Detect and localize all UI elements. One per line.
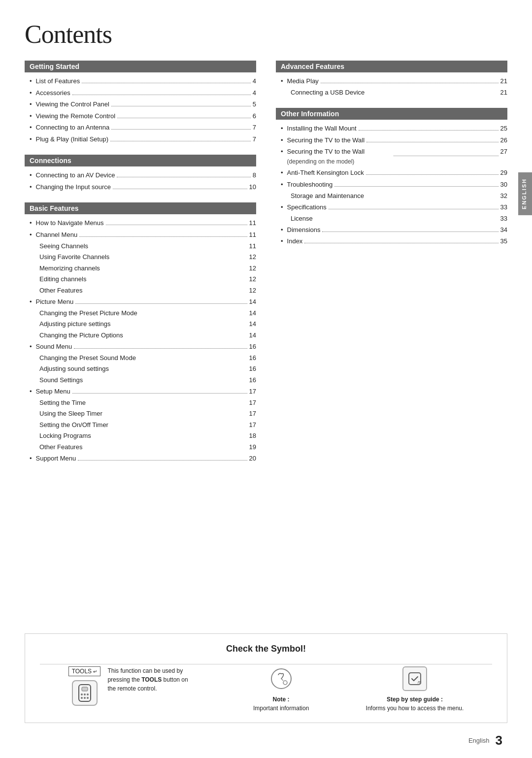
section-header-advanced-features: Advanced Features — [276, 61, 507, 72]
list-item: Media Play 21 — [276, 75, 507, 87]
footer-text: English — [468, 737, 490, 744]
tools-icon — [72, 680, 98, 706]
tools-badge: TOOLS ↵ — [68, 666, 101, 676]
list-item: Viewing the Remote Control 6 — [25, 110, 256, 122]
section-connections: Connections Connecting to an AV Device 8… — [25, 155, 256, 193]
list-item: Accessories 4 — [25, 87, 256, 99]
list-item: Other Features 12 — [25, 285, 256, 296]
note-description: Note :Important information — [253, 695, 309, 713]
list-item: Changing the Preset Sound Mode 16 — [25, 352, 256, 363]
list-item: Sound Menu 16 — [25, 341, 256, 353]
list-item: Dimensions 34 — [276, 224, 507, 236]
svg-line-10 — [281, 679, 283, 681]
svg-point-2 — [81, 693, 83, 695]
svg-point-9 — [283, 681, 287, 685]
list-item: Changing the Preset Picture Mode 14 — [25, 307, 256, 319]
list-item: License 33 — [276, 213, 507, 224]
list-item: Changing the Picture Options 14 — [25, 330, 256, 341]
list-item: Viewing the Control Panel 5 — [25, 99, 256, 110]
svg-point-3 — [84, 693, 86, 695]
guide-icon: m — [402, 666, 427, 691]
list-item: How to Navigate Menus 11 — [25, 217, 256, 229]
list-item: List of Features 4 — [25, 75, 256, 87]
other-information-list: Installing the Wall Mount 25 Securing th… — [276, 123, 507, 247]
list-item: Sound Settings 16 — [25, 374, 256, 386]
list-item: Support Menu 20 — [25, 453, 256, 464]
list-item: Specifications 33 — [276, 201, 507, 213]
list-item: Changing the Input source 10 — [25, 181, 256, 193]
list-item: Editing channels 12 — [25, 274, 256, 285]
divider — [40, 664, 492, 664]
tools-description: This function can be used by pressing th… — [107, 666, 196, 693]
page-title: Contents — [25, 20, 507, 49]
section-other-information: Other Information Installing the Wall Mo… — [276, 108, 507, 247]
list-item: Connecting a USB Device 21 — [276, 87, 507, 99]
guide-description: Step by step guide :Informs you how to a… — [366, 695, 464, 713]
footer-page: 3 — [496, 733, 502, 748]
list-item: Storage and Maintenance 32 — [276, 190, 507, 201]
list-item: Connecting to an Antenna 7 — [25, 122, 256, 133]
list-item: Plug & Play (Initial Setup) 7 — [25, 133, 256, 145]
left-column: Getting Started List of Features 4 Acces… — [25, 61, 256, 624]
list-item: Other Features 19 — [25, 441, 256, 453]
list-item: Picture Menu 14 — [25, 296, 256, 308]
check-item-note: Note :Important information — [253, 666, 309, 713]
check-symbol-section: Check the Symbol! TOOLS ↵ — [25, 633, 507, 723]
section-advanced-features: Advanced Features Media Play 21 Connecti… — [276, 61, 507, 98]
advanced-features-list: Media Play 21 Connecting a USB Device 21 — [276, 75, 507, 98]
svg-text:m: m — [418, 680, 422, 685]
basic-features-list: How to Navigate Menus 11 Channel Menu 11… — [25, 217, 256, 464]
svg-rect-1 — [82, 687, 88, 691]
list-item: Securing the TV to the Wall (depending o… — [276, 146, 507, 167]
svg-point-5 — [81, 697, 83, 699]
list-item: Installing the Wall Mount 25 — [276, 123, 507, 134]
list-item: Adjusting sound settings 16 — [25, 363, 256, 375]
note-icon — [269, 666, 294, 691]
list-item: Connecting to an AV Device 8 — [25, 169, 256, 181]
getting-started-list: List of Features 4 Accessories 4 Viewing… — [25, 75, 256, 145]
list-item: Using Favorite Channels 12 — [25, 252, 256, 263]
section-basic-features: Basic Features How to Navigate Menus 11 … — [25, 202, 256, 464]
list-item: Troubleshooting 30 — [276, 179, 507, 191]
list-item: Adjusting picture settings 14 — [25, 319, 256, 330]
list-item: Setting the Time 17 — [25, 397, 256, 408]
list-item: Setting the On/Off Timer 17 — [25, 419, 256, 430]
list-item: Index 35 — [276, 235, 507, 247]
side-tab-english: ENGLISH — [518, 172, 532, 215]
section-getting-started: Getting Started List of Features 4 Acces… — [25, 61, 256, 145]
list-item: Setup Menu 17 — [25, 386, 256, 397]
page-footer: English 3 — [25, 733, 507, 748]
section-header-other-information: Other Information — [276, 108, 507, 120]
list-item: Memorizing channels 12 — [25, 263, 256, 274]
svg-point-7 — [87, 697, 89, 699]
check-symbol-title: Check the Symbol! — [40, 644, 492, 654]
section-header-connections: Connections — [25, 155, 256, 166]
connections-list: Connecting to an AV Device 8 Changing th… — [25, 169, 256, 193]
list-item: Using the Sleep Timer 17 — [25, 408, 256, 420]
svg-point-4 — [87, 693, 89, 695]
right-column: Advanced Features Media Play 21 Connecti… — [276, 61, 507, 624]
check-item-guide: m Step by step guide :Informs you how to… — [366, 666, 464, 713]
check-symbol-grid: TOOLS ↵ — [40, 666, 492, 713]
list-item: Securing the TV to the Wall 26 — [276, 134, 507, 146]
section-header-basic-features: Basic Features — [25, 202, 256, 214]
list-item: Seeing Channels 11 — [25, 240, 256, 252]
list-item: Anti-Theft Kensington Lock 29 — [276, 167, 507, 179]
list-item: Channel Menu 11 — [25, 229, 256, 241]
section-header-getting-started: Getting Started — [25, 61, 256, 72]
list-item: Locking Programs 18 — [25, 430, 256, 442]
check-item-tools: TOOLS ↵ — [68, 666, 197, 706]
svg-point-6 — [84, 697, 86, 699]
